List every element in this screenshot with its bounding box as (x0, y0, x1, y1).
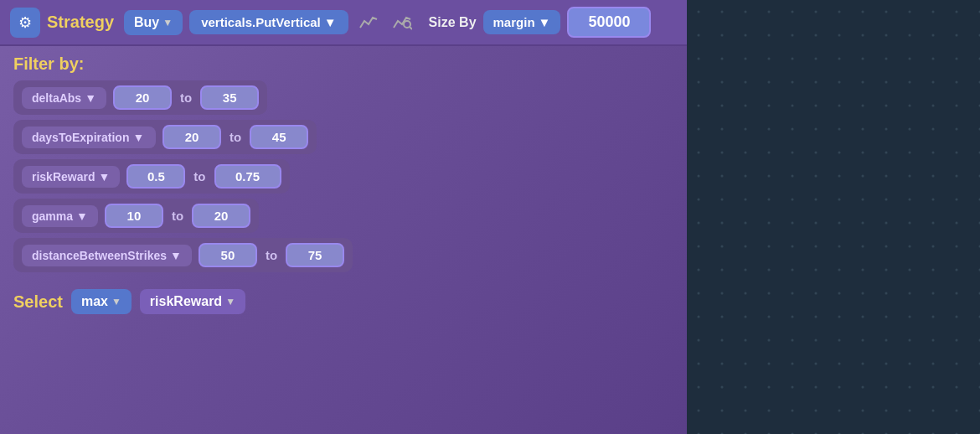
filter-distancebetweenstrikes-dropdown[interactable]: distanceBetweenStrikes ▼ (22, 245, 192, 266)
filter-distancebetweenstrikes-arrow: ▼ (170, 249, 182, 262)
select-label: Select (13, 292, 63, 312)
filter-gamma-label: gamma (32, 209, 73, 223)
select-section: Select max ▼ riskReward ▼ (0, 281, 687, 323)
select-max-label: max (81, 294, 108, 309)
filter-distancebetweenstrikes-label: distanceBetweenStrikes (32, 249, 167, 262)
filter-row-riskreward: riskReward ▼ to (13, 159, 290, 194)
gear-icon: ⚙ (18, 13, 32, 32)
margin-arrow-icon: ▼ (539, 15, 551, 29)
svg-line-1 (410, 27, 412, 29)
right-panel (687, 0, 980, 434)
main-container: ⚙ Strategy Buy ▼ verticals.PutVertical ▼ (0, 0, 980, 434)
select-max-arrow-icon: ▼ (111, 296, 121, 307)
size-value-input[interactable]: 50000 (567, 7, 651, 38)
filter-deltaabs-label: deltaAbs (32, 91, 81, 105)
select-field-label: riskReward (150, 294, 222, 309)
filter-gamma-to[interactable] (192, 204, 250, 228)
filter-gamma-from[interactable] (105, 204, 163, 228)
toolbar: ⚙ Strategy Buy ▼ verticals.PutVertical ▼ (0, 0, 687, 46)
filter-daystoexpiration-to-label: to (228, 130, 243, 144)
filter-riskreward-to-label: to (192, 169, 207, 183)
margin-dropdown[interactable]: margin ▼ (483, 10, 561, 34)
filter-riskreward-dropdown[interactable]: riskReward ▼ (22, 166, 120, 188)
svg-point-0 (404, 21, 410, 28)
filter-daystoexpiration-arrow: ▼ (132, 131, 144, 144)
filter-row-deltaabs: deltaAbs ▼ to (13, 80, 267, 115)
filter-deltaabs-to[interactable] (200, 85, 259, 110)
filter-daystoexpiration-from[interactable] (162, 125, 221, 149)
chart-search-icon[interactable] (389, 13, 415, 33)
select-field-dropdown[interactable]: riskReward ▼ (140, 289, 245, 314)
chart-line-icon[interactable] (355, 13, 382, 33)
buy-dropdown[interactable]: Buy ▼ (124, 10, 183, 35)
filter-header: Filter by: (13, 54, 678, 74)
filter-riskreward-arrow: ▼ (98, 170, 110, 183)
strategy-label: Strategy (47, 13, 114, 32)
svg-rect-3 (687, 0, 980, 434)
size-by-label: Size By (429, 15, 477, 30)
buy-arrow-icon: ▼ (162, 17, 173, 28)
filter-daystoexpiration-to[interactable] (250, 125, 308, 149)
filter-row-gamma: gamma ▼ to (13, 199, 259, 233)
filter-daystoexpiration-dropdown[interactable]: daysToExpiration ▼ (22, 127, 156, 148)
strategy-arrow-icon: ▼ (324, 15, 337, 29)
filter-gamma-arrow: ▼ (76, 209, 88, 223)
strategy-dropdown[interactable]: verticals.PutVertical ▼ (189, 10, 348, 34)
strategy-value: verticals.PutVertical (201, 15, 321, 29)
select-max-dropdown[interactable]: max ▼ (71, 289, 132, 314)
filter-distancebetweenstrikes-to-label: to (264, 248, 279, 262)
select-field-arrow-icon: ▼ (225, 296, 235, 307)
filter-riskreward-from[interactable] (126, 164, 185, 189)
left-panel: ⚙ Strategy Buy ▼ verticals.PutVertical ▼ (0, 0, 687, 434)
filter-distancebetweenstrikes-to[interactable] (286, 243, 344, 267)
filter-row-daystoexpiration: daysToExpiration ▼ to (13, 120, 317, 154)
filter-deltaabs-from[interactable] (113, 85, 172, 110)
filter-daystoexpiration-label: daysToExpiration (32, 131, 129, 144)
buy-label: Buy (134, 15, 159, 30)
gear-button[interactable]: ⚙ (10, 8, 40, 38)
filter-deltaabs-to-label: to (178, 90, 193, 105)
margin-label: margin (493, 15, 535, 29)
filter-distancebetweenstrikes-from[interactable] (199, 243, 257, 267)
filter-section: Filter by: deltaAbs ▼ to daysToExpiratio… (0, 46, 687, 281)
filter-riskreward-label: riskReward (32, 170, 95, 183)
filter-deltaabs-arrow: ▼ (85, 91, 96, 105)
dot-grid (687, 0, 980, 434)
filter-gamma-to-label: to (170, 209, 185, 223)
filter-row-distancebetweenstrikes: distanceBetweenStrikes ▼ to (13, 238, 353, 272)
filter-riskreward-to[interactable] (214, 164, 281, 189)
filter-rows: deltaAbs ▼ to daysToExpiration ▼ to (13, 80, 678, 272)
filter-deltaabs-dropdown[interactable]: deltaAbs ▼ (22, 87, 106, 109)
filter-gamma-dropdown[interactable]: gamma ▼ (22, 205, 98, 227)
